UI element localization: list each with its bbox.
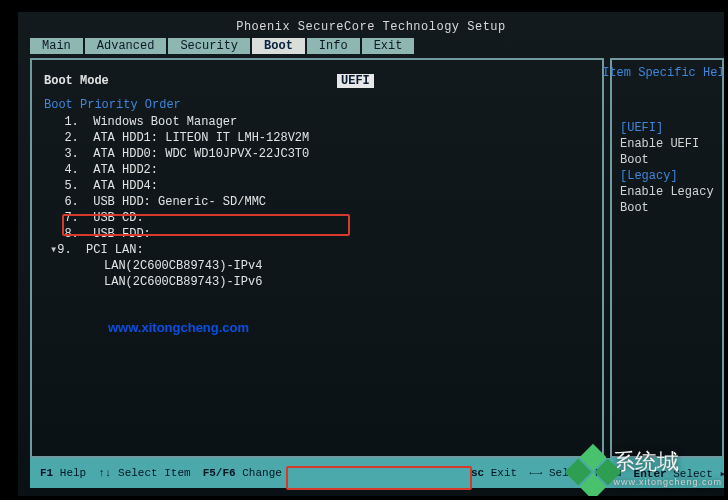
boot-subitem[interactable]: LAN(2C600CB89743)-IPv4 <box>32 258 602 274</box>
tab-security[interactable]: Security <box>168 38 250 54</box>
boot-item[interactable]: 6. USB HDD: Generic- SD/MMC <box>32 194 602 210</box>
boot-item[interactable]: 2. ATA HDD1: LITEON IT LMH-128V2M <box>32 130 602 146</box>
tab-main[interactable]: Main <box>30 38 83 54</box>
boot-item[interactable]: 8. USB FDD: <box>32 226 602 242</box>
boot-mode-value[interactable]: UEFI <box>337 74 374 88</box>
keyhint: Esc Exit <box>458 467 523 479</box>
boot-item[interactable]: 7. USB CD: <box>32 210 602 226</box>
boot-subitem[interactable]: LAN(2C600CB89743)-IPv6 <box>32 274 602 290</box>
tab-info[interactable]: Info <box>307 38 360 54</box>
boot-priority-list: 1. Windows Boot Manager 2. ATA HDD1: LIT… <box>32 114 602 290</box>
boot-priority-label: Boot Priority Order <box>32 94 602 114</box>
watermark-logo-cn: 系统城 <box>613 449 679 474</box>
keyhint: F9 Setup Defaults <box>334 467 458 479</box>
watermark-logo-en: www.xitongcheng.com <box>613 472 722 492</box>
setup-title: Phoenix SecureCore Technology Setup <box>18 12 724 34</box>
tab-exit[interactable]: Exit <box>362 38 415 54</box>
boot-item[interactable]: 5. ATA HDD4: <box>32 178 602 194</box>
help-panel-title: Item Specific Help <box>602 66 724 80</box>
keyhint: ↑↓ Select Item <box>92 467 196 479</box>
help-header: [Legacy] <box>620 168 716 184</box>
help-header: [UEFI] <box>620 120 716 136</box>
boot-item[interactable]: 1. Windows Boot Manager <box>32 114 602 130</box>
boot-item[interactable]: 9. PCI LAN: <box>32 242 602 258</box>
boot-item[interactable]: 3. ATA HDD0: WDC WD10JPVX-22JC3T0 <box>32 146 602 162</box>
help-text: Enable UEFI Boot <box>620 136 716 168</box>
tab-advanced[interactable]: Advanced <box>85 38 167 54</box>
boot-item[interactable]: 4. ATA HDD2: <box>32 162 602 178</box>
keyhint: F5/F6 Change Values <box>197 467 334 479</box>
watermark-logo: 系统城 www.xitongcheng.com <box>573 452 722 492</box>
main-panel: Boot Mode UEFI Boot Priority Order 1. Wi… <box>30 58 604 458</box>
help-panel: Item Specific Help [UEFI]Enable UEFI Boo… <box>610 58 724 458</box>
tab-boot[interactable]: Boot <box>252 38 305 54</box>
watermark-url: www.xitongcheng.com <box>108 320 249 335</box>
boot-mode-label: Boot Mode <box>32 60 602 94</box>
help-text: Enable Legacy Boot <box>620 184 716 216</box>
keyhint: F1 Help <box>34 467 92 479</box>
menu-tabs: MainAdvancedSecurityBootInfoExit <box>30 38 712 54</box>
